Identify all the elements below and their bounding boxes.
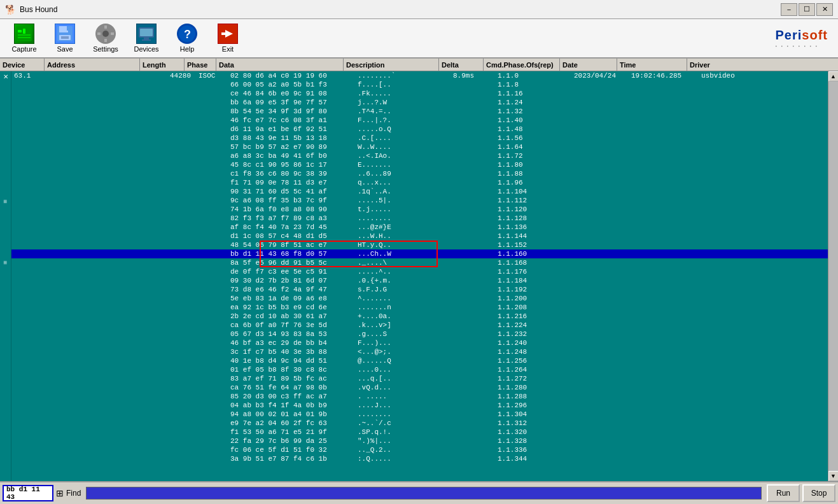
cell-cmdphase: 1.1.192 (495, 286, 571, 293)
find-button-area[interactable]: ⊞ Find (56, 488, 81, 498)
scrollbar[interactable]: ▲ ▼ (828, 71, 838, 481)
scroll-down[interactable]: ▼ (828, 471, 839, 481)
capture-button[interactable]: Capture (5, 21, 43, 55)
cell-delta: 8.9ms (450, 72, 495, 80)
table-row[interactable]: af 8c f4 40 7a 23 7d 45 ...@z#}E 1.1.136 (11, 223, 828, 232)
table-row[interactable]: 66 00 05 a2 a0 5b b1 f3 f....[.. 1.1.8 (11, 80, 828, 89)
cell-cmdphase: 1.1.24 (495, 99, 571, 106)
help-button[interactable]: ? Help (168, 21, 206, 55)
save-button[interactable]: Save (46, 21, 84, 55)
table-row[interactable]: d1 1c 08 57 c4 48 d1 d5 ...W.H.. 1.1.144 (11, 232, 828, 241)
cell-data: e9 7e a2 04 60 2f fc 63 (228, 419, 355, 427)
cell-data: f1 71 09 0e 78 11 d3 e7 (228, 179, 355, 186)
cell-data: a6 a8 3c ba 49 41 6f b0 (228, 152, 355, 160)
col-length: Length (140, 59, 185, 71)
table-row[interactable]: 85 20 d3 00 c3 ff ac a7 . ..... 1.1.288 (11, 392, 828, 401)
minimize-button[interactable]: − (781, 3, 797, 16)
cell-data: 05 67 d3 14 93 83 8a 53 (228, 330, 355, 338)
table-row[interactable]: ea 92 1c b5 b3 e9 cd 6e .......n 1.1.208 (11, 303, 828, 312)
table-row[interactable]: bb d1 11 43 68 f8 d0 57 ...Ch..W 1.1.160 (11, 249, 828, 258)
table-row[interactable]: 09 30 d2 7b 2b 81 6d 07 .0.{+.m. 1.1.184 (11, 276, 828, 285)
run-button[interactable]: Run (767, 484, 800, 502)
table-row[interactable]: c1 f8 36 c6 80 9c 38 39 ..6...89 1.1.88 (11, 169, 828, 178)
cell-data: de 0f f7 c3 ee 5e c5 91 (228, 268, 355, 276)
table-row[interactable]: fc 06 ce 5f d1 51 f0 32 .._Q.2.. 1.1.336 (11, 445, 828, 454)
table-row[interactable]: de 0f f7 c3 ee 5e c5 91 .....^.. 1.1.176 (11, 267, 828, 276)
data-table[interactable]: 63.1 44280 ISOC 02 80 d6 a4 c0 19 19 60 … (11, 71, 828, 481)
capture-icon (14, 24, 34, 44)
table-row[interactable]: 46 bf a3 ec 29 de bb b4 F...)... 1.1.240 (11, 339, 828, 347)
table-row[interactable]: ca 6b 0f a0 7f 76 3e 5d .k...v>] 1.1.224 (11, 321, 828, 330)
settings-button[interactable]: Settings (87, 21, 125, 55)
table-row[interactable]: 05 67 d3 14 93 83 8a 53 .g....S 1.1.232 (11, 330, 828, 339)
margin-arrow-1: ✕ (3, 73, 8, 81)
table-row[interactable]: 40 1e b8 d4 9c 94 dd 51 @......Q 1.1.256 (11, 356, 828, 365)
col-date: Date (560, 59, 617, 71)
table-row[interactable]: 94 a8 00 02 01 a4 01 9b ........ 1.1.304 (11, 410, 828, 419)
cell-cmdphase: 1.1.56 (495, 134, 571, 142)
table-row[interactable]: 9c a6 08 ff 35 b3 7c 9f .....5|. 1.1.112 (11, 196, 828, 205)
col-cmdphase: Cmd.Phase.Ofs(rep) (484, 59, 560, 71)
cell-data: 83 a7 ef 71 89 5b fc ac (228, 375, 355, 382)
cell-data: d6 11 9a e1 be 6f 92 51 (228, 125, 355, 133)
cell-desc: ...q.[.. (355, 375, 450, 382)
table-row[interactable]: 46 fc e7 7c c6 08 3f a1 F...|.?. 1.1.40 (11, 116, 828, 125)
table-row[interactable]: d6 11 9a e1 be 6f 92 51 .....o.Q 1.1.48 (11, 125, 828, 134)
cell-data: af 8c f4 40 7a 23 7d 45 (228, 223, 355, 231)
col-driver: Driver (687, 59, 751, 71)
close-button[interactable]: ✕ (816, 3, 833, 16)
table-row[interactable]: 3c 1f c7 b5 40 3e 3b 88 <...@>;. 1.1.248 (11, 347, 828, 356)
table-row[interactable]: 90 31 71 60 d5 5c 41 af .1q`..A. 1.1.104 (11, 187, 828, 196)
maximize-button[interactable]: ☐ (799, 3, 815, 16)
exit-button[interactable]: Exit (209, 21, 247, 55)
col-phase: Phase (185, 59, 216, 71)
table-row[interactable]: bb 6a 09 e5 3f 9e 7f 57 j...?.W 1.1.24 (11, 98, 828, 107)
table-row[interactable]: 2b 2e cd 10 ab 30 61 a7 +....0a. 1.1.216 (11, 312, 828, 321)
cell-cmdphase: 1.1.160 (495, 250, 571, 258)
svg-rect-4 (18, 37, 31, 38)
svg-rect-2 (23, 29, 25, 34)
table-row[interactable]: ca 76 51 fe 64 a7 98 0b .vQ.d... 1.1.280 (11, 383, 828, 392)
table-row[interactable]: e9 7e a2 04 60 2f fc 63 .~..`/.c 1.1.312 (11, 419, 828, 428)
table-row[interactable]: f1 53 50 a6 71 e5 21 9f .SP.q.!. 1.1.320 (11, 428, 828, 437)
svg-rect-6 (59, 26, 68, 32)
table-row[interactable]: 83 a7 ef 71 89 5b fc ac ...q.[.. 1.1.272 (11, 374, 828, 383)
cell-date: 2023/04/24 (571, 72, 629, 80)
cell-data: c1 f8 36 c6 80 9c 38 39 (228, 170, 355, 178)
devices-button[interactable]: Devices (127, 21, 165, 55)
cell-phase: ISOC (196, 72, 228, 80)
scroll-track[interactable] (828, 81, 839, 471)
svg-rect-7 (67, 26, 69, 31)
find-label: Find (66, 489, 81, 498)
table-row[interactable]: 01 ef 05 b8 8f 30 c8 8c ....0... 1.1.264 (11, 365, 828, 374)
table-row[interactable]: 57 bc b9 57 a2 e7 90 89 W..W.... 1.1.64 (11, 143, 828, 151)
col-description: Description (344, 59, 439, 71)
cell-data: 85 20 d3 00 c3 ff ac a7 (228, 393, 355, 400)
table-row[interactable]: a6 a8 3c ba 49 41 6f b0 ..<.IAo. 1.1.72 (11, 151, 828, 160)
col-data: Data (216, 59, 344, 71)
cell-desc: .vQ.d... (355, 384, 450, 391)
cell-desc: .C.[.... (355, 134, 450, 142)
title-bar: 🐕 Bus Hound − ☐ ✕ (0, 0, 838, 19)
table-row[interactable]: 04 ab b3 f4 1f 4a 0b b9 ....J... 1.1.296 (11, 401, 828, 410)
table-row[interactable]: 63.1 44280 ISOC 02 80 d6 a4 c0 19 19 60 … (11, 71, 828, 80)
stop-button[interactable]: Stop (802, 484, 835, 502)
cell-data: fc 06 ce 5f d1 51 f0 32 (228, 446, 355, 454)
table-row[interactable]: ce 46 84 6b e0 9c 91 08 .Fk..... 1.1.16 (11, 89, 828, 98)
table-row[interactable]: 45 8c c1 90 95 86 1c 17 E....... 1.1.80 (11, 160, 828, 169)
table-row[interactable]: 8b 54 5e 34 9f 3d 9f 80 .T^4.=.. 1.1.32 (11, 107, 828, 116)
table-row[interactable]: 82 f3 f3 a7 f7 89 c8 a3 ........ 1.1.128 (11, 214, 828, 223)
table-row[interactable]: 22 fa 29 7c b6 99 da 25 ".)%|... 1.1.328 (11, 437, 828, 445)
col-time: Time (617, 59, 687, 71)
table-row[interactable]: 3a 9b 51 e7 87 f4 c6 1b :.Q..... 1.1.344 (11, 454, 828, 463)
table-row[interactable]: 5e eb 83 1a de 09 a6 e8 ^....... 1.1.200 (11, 294, 828, 303)
scroll-up[interactable]: ▲ (828, 71, 839, 81)
table-row[interactable]: 48 54 06 79 8f 51 ac e7 HT.y.Q.. 1.1.152 (11, 241, 828, 249)
table-row[interactable]: 73 d8 e6 46 f2 4a 9f 47 s.F.J.G 1.1.192 (11, 285, 828, 294)
cell-desc: .SP.q.!. (355, 428, 450, 436)
table-row[interactable]: d3 88 43 9e 11 5b 13 18 .C.[.... 1.1.56 (11, 134, 828, 143)
table-row[interactable]: f1 71 09 0e 78 11 d3 e7 q...x... 1.1.96 (11, 178, 828, 187)
search-value: bb d1 11 43 (6, 486, 50, 501)
table-row[interactable]: 74 1b 6a f0 e8 a8 08 90 t.j..... 1.1.120 (11, 205, 828, 214)
table-row[interactable]: 8a 5f e5 96 dd 91 b5 5c ._....\ 1.1.168 (11, 258, 828, 267)
